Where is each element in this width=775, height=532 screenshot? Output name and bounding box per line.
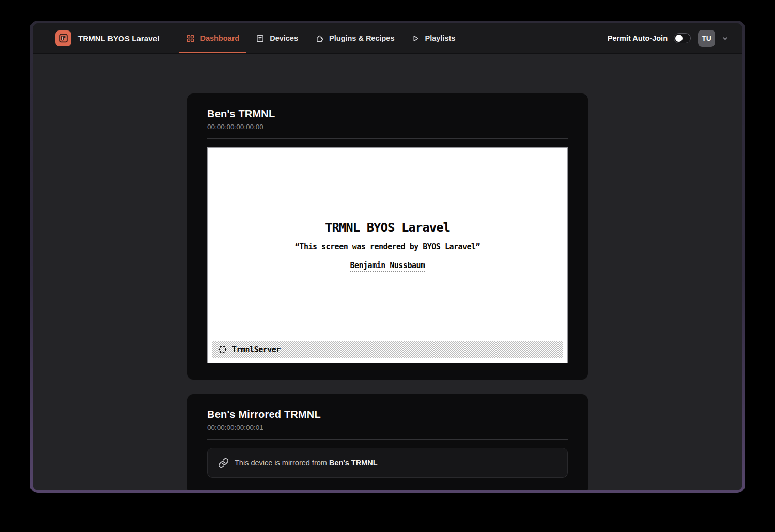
app-window-frame: TRMNL BYOS Laravel Dashboard	[30, 21, 745, 493]
device-name: Ben's TRMNL	[207, 108, 568, 120]
divider	[207, 138, 568, 139]
nav-item-label: Dashboard	[200, 34, 239, 42]
dashboard-content: Ben's TRMNL 00:00:00:00:00:00 TRMNL BYOS…	[33, 54, 742, 490]
screen-status-bar: TrmnlServer	[212, 341, 563, 358]
mirror-text: This device is mirrored from Ben's TRMNL	[235, 459, 378, 467]
nav-item-label: Playlists	[425, 34, 456, 42]
link-icon	[218, 458, 229, 468]
nav-item-label: Plugins & Recipes	[329, 34, 395, 42]
app-window: TRMNL BYOS Laravel Dashboard	[33, 23, 742, 490]
nav-item-dashboard[interactable]: Dashboard	[179, 23, 246, 53]
nav-item-label: Devices	[270, 34, 298, 42]
brand: TRMNL BYOS Laravel	[55, 23, 159, 53]
spinner-icon	[218, 345, 227, 354]
brand-title: TRMNL BYOS Laravel	[78, 34, 159, 43]
screen-author-row: Benjamin Nussbaum	[208, 260, 567, 272]
device-list-icon	[256, 34, 265, 43]
device-card-bens-trmnl: Ben's TRMNL 00:00:00:00:00:00 TRMNL BYOS…	[187, 93, 588, 380]
play-icon	[411, 34, 420, 43]
device-screen-preview: TRMNL BYOS Laravel “This screen was rend…	[207, 147, 568, 363]
device-card-bens-mirrored-trmnl: Ben's Mirrored TRMNL 00:00:00:00:00:01 T…	[187, 394, 588, 490]
mirror-source-device: Ben's TRMNL	[329, 459, 378, 467]
screen-quote: “This screen was rendered by BYOS Larave…	[208, 242, 567, 252]
screen-title: TRMNL BYOS Laravel	[208, 221, 567, 235]
screen-author-link: Benjamin Nussbaum	[350, 261, 425, 272]
nav-item-plugins[interactable]: Plugins & Recipes	[307, 23, 402, 53]
puzzle-icon	[315, 34, 324, 43]
toggle-knob	[675, 35, 683, 42]
user-menu-chevron[interactable]	[721, 35, 729, 42]
mirror-notice: This device is mirrored from Ben's TRMNL	[207, 448, 568, 478]
divider	[207, 439, 568, 440]
avatar[interactable]: TU	[698, 30, 715, 47]
nav-item-playlists[interactable]: Playlists	[404, 23, 463, 53]
nav-item-devices[interactable]: Devices	[249, 23, 305, 53]
trmnl-logo-icon	[55, 30, 71, 46]
chevron-down-icon	[721, 35, 729, 42]
device-name: Ben's Mirrored TRMNL	[207, 409, 568, 420]
permit-auto-join-label: Permit Auto-Join	[608, 34, 668, 42]
device-mac-address: 00:00:00:00:00:01	[207, 424, 568, 431]
mirror-text-prefix: This device is mirrored from	[235, 459, 329, 467]
screen-status-label: TrmnlServer	[232, 345, 281, 354]
nav-items: Dashboard Devices Plugins & Recipes	[178, 23, 463, 53]
navbar: TRMNL BYOS Laravel Dashboard	[33, 23, 742, 54]
navbar-right: Permit Auto-Join TU	[608, 23, 729, 53]
device-mac-address: 00:00:00:00:00:00	[207, 123, 568, 131]
grid-icon	[186, 34, 195, 43]
permit-auto-join-toggle[interactable]	[674, 33, 691, 43]
